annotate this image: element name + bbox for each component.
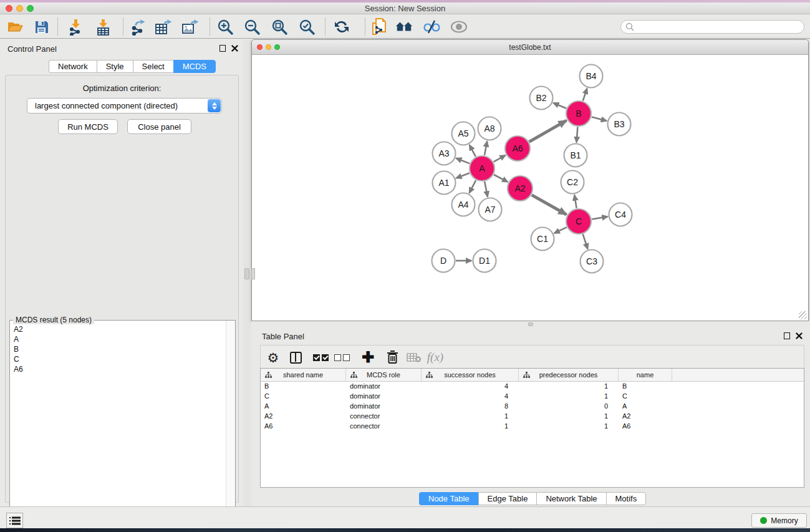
save-session-icon[interactable] [32,18,50,36]
float-panel-icon[interactable] [784,332,790,339]
panel-splitter-horizontal[interactable] [251,321,810,327]
edge-A-A5[interactable] [470,145,476,157]
cell-shared-name[interactable]: B [261,382,346,392]
graph-node-B1[interactable]: B1 [564,144,587,167]
table-row[interactable]: A2connector11A2 [261,412,804,422]
edge-A-A7[interactable] [485,181,488,196]
cell-shared-name[interactable]: A [261,402,346,412]
result-scrollbar[interactable] [226,321,235,532]
tab-node-table[interactable]: Node Table [419,492,478,505]
graph-node-A3[interactable]: A3 [433,142,456,165]
edge-C-C3[interactable] [583,234,588,249]
splitter-handle[interactable] [244,268,249,279]
graph-node-B[interactable]: B [566,101,591,126]
cell-name[interactable]: B [619,382,672,392]
function-builder-icon[interactable]: f(x) [424,349,446,366]
graph-node-B4[interactable]: B4 [580,65,603,88]
tab-style[interactable]: Style [97,60,133,73]
column-header-predecessor-nodes[interactable]: predecessor nodes [519,369,619,381]
cell-MCDS-role[interactable]: dominator [346,392,422,402]
optimization-criterion-select[interactable]: largest connected component (directed) [27,98,222,114]
result-item[interactable]: C [10,354,225,364]
result-item[interactable]: A6 [10,364,225,374]
open-file-icon[interactable] [6,18,24,36]
edge-A-A3[interactable] [456,158,470,163]
close-panel-icon[interactable] [796,332,803,339]
task-history-button[interactable] [6,513,23,528]
run-mcds-button[interactable]: Run MCDS [58,119,118,134]
search-input[interactable] [620,20,804,34]
delete-table-icon[interactable] [405,349,423,366]
hide-details-icon[interactable] [423,18,440,36]
cell-shared-name[interactable]: A6 [261,422,346,432]
close-window-button[interactable] [6,5,12,12]
edge-A-A1[interactable] [456,173,470,178]
graph-node-A2[interactable]: A2 [508,176,533,201]
graph-node-A5[interactable]: A5 [452,122,475,145]
edge-B-B1[interactable] [577,127,578,142]
graph-node-A1[interactable]: A1 [433,172,456,195]
memory-button[interactable]: Memory [751,513,807,528]
cell-predecessor-nodes[interactable]: 1 [519,412,619,422]
graph-node-A7[interactable]: A7 [479,198,502,221]
edge-A-A8[interactable] [485,142,487,155]
graph-node-C3[interactable]: C3 [581,250,604,273]
graph-node-A8[interactable]: A8 [478,117,501,140]
table-settings-icon[interactable]: ⚙ [264,349,282,366]
column-header-name[interactable]: name [619,369,672,381]
tab-mcds[interactable]: MCDS [173,60,216,73]
tab-network-table[interactable]: Network Table [536,492,605,505]
graph-node-C1[interactable]: C1 [531,228,554,251]
graph-node-D1[interactable]: D1 [473,249,496,273]
edge-B-B2[interactable] [553,103,566,109]
graph-node-D[interactable]: D [432,249,455,273]
zoom-fit-icon[interactable] [271,18,288,36]
mcds-result-list[interactable]: A2ABCA6 [10,324,225,374]
export-network-icon[interactable] [129,18,147,36]
minimize-window-button[interactable] [16,5,23,12]
graph-node-B3[interactable]: B3 [608,113,631,136]
column-header-shared-name[interactable]: shared name [261,369,346,381]
cell-MCDS-role[interactable]: connector [346,412,422,422]
table-row[interactable]: Cdominator41C [261,392,804,402]
edge-C-C2[interactable] [574,195,576,208]
tab-network[interactable]: Network [49,60,97,73]
zoom-out-icon[interactable] [243,18,261,36]
column-header-MCDS-role[interactable]: MCDS role [346,369,422,381]
cell-predecessor-nodes[interactable]: 0 [519,402,619,412]
cell-successor-nodes[interactable]: 4 [422,392,519,402]
select-all-icon[interactable] [312,349,329,366]
home-layout-icon[interactable] [395,18,413,36]
network-graph-canvas[interactable]: B4B2BB3A5A8A6A3B1AA1C2A2A4A7C4CC1C3DD1 [252,55,808,321]
cell-name[interactable]: A6 [619,422,672,432]
close-view-button[interactable] [257,44,263,50]
import-table-icon[interactable] [95,18,112,36]
cell-shared-name[interactable]: A2 [261,412,346,422]
result-item[interactable]: B [10,344,225,354]
zoom-selected-icon[interactable] [298,18,316,36]
add-column-icon[interactable]: ✚ [359,349,377,366]
edge-A-A4[interactable] [470,180,476,193]
close-panel-button[interactable]: Close panel [127,119,191,134]
cell-predecessor-nodes[interactable]: 1 [519,422,619,432]
tab-select[interactable]: Select [133,60,173,73]
edge-A-A2[interactable] [494,175,508,182]
cell-name[interactable]: A [619,402,672,412]
edge-A2-C[interactable] [532,195,567,215]
splitter-handle[interactable] [528,322,533,326]
delete-column-icon[interactable] [383,349,401,366]
network-window-titlebar[interactable]: testGlobe.txt [252,40,808,55]
table-row[interactable]: Adominator80A [261,402,804,412]
maximize-window-button[interactable] [27,5,34,12]
graph-node-B2[interactable]: B2 [530,87,553,110]
edge-C-C1[interactable] [554,227,567,233]
cell-successor-nodes[interactable]: 8 [422,402,519,412]
cell-name[interactable]: C [619,392,672,402]
graph-node-C4[interactable]: C4 [609,203,632,226]
cell-name[interactable]: A2 [619,412,672,422]
show-details-icon[interactable] [450,18,468,36]
graph-node-C2[interactable]: C2 [561,171,584,194]
graph-node-A4[interactable]: A4 [452,193,475,216]
table-row[interactable]: A6connector11A6 [261,422,804,432]
export-image-icon[interactable] [181,18,199,36]
